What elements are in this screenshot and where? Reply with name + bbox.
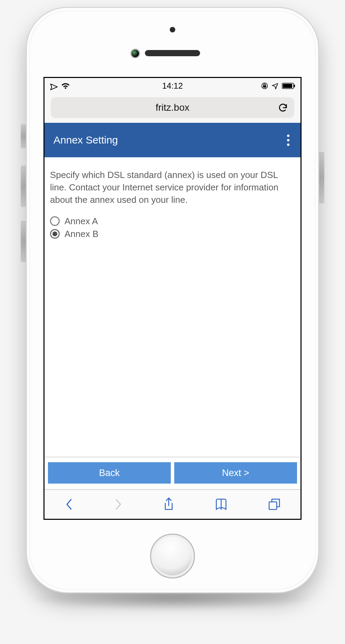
- page-content: Specify which DSL standard (annex) is us…: [45, 157, 300, 489]
- reload-icon[interactable]: [278, 102, 288, 113]
- battery-icon: [282, 83, 296, 89]
- radio-option-annex-a[interactable]: Annex A: [50, 216, 295, 227]
- description-text: Specify which DSL standard (annex) is us…: [45, 169, 300, 214]
- radio-option-annex-b[interactable]: Annex B: [50, 229, 295, 239]
- svg-rect-5: [269, 502, 277, 509]
- radio-icon: [50, 229, 60, 239]
- radio-label: Annex B: [65, 229, 98, 239]
- share-icon[interactable]: [163, 497, 175, 512]
- next-button[interactable]: Next >: [174, 462, 297, 484]
- address-url: fritz.box: [156, 102, 189, 113]
- radio-label: Annex A: [65, 216, 98, 227]
- address-field[interactable]: fritz.box: [51, 97, 294, 118]
- page-header: Annex Setting: [45, 123, 300, 157]
- browser-toolbar: [45, 489, 300, 519]
- annex-radio-group: Annex A Annex B: [45, 214, 300, 241]
- airplane-icon: [49, 82, 58, 90]
- phone-frame: 14:12 fritz.box: [26, 7, 319, 593]
- bookmarks-icon[interactable]: [214, 498, 228, 511]
- ios-status-bar: 14:12: [45, 78, 300, 94]
- ear-speaker: [145, 50, 200, 56]
- radio-icon: [50, 216, 60, 226]
- more-menu-icon[interactable]: [285, 132, 292, 148]
- svg-rect-4: [294, 85, 295, 87]
- front-camera: [130, 49, 140, 58]
- status-time: 14:12: [162, 81, 183, 91]
- tabs-icon[interactable]: [268, 498, 281, 511]
- screen: 14:12 fritz.box: [43, 77, 302, 520]
- volume-down-button: [21, 221, 26, 262]
- home-button[interactable]: [150, 534, 195, 578]
- nav-back-icon[interactable]: [64, 497, 74, 511]
- power-button: [319, 152, 324, 204]
- volume-up-button: [21, 166, 26, 207]
- back-button[interactable]: Back: [48, 462, 171, 484]
- page-title: Annex Setting: [53, 134, 118, 146]
- wifi-icon: [61, 82, 70, 89]
- nav-forward-icon[interactable]: [114, 497, 123, 511]
- mute-switch: [21, 124, 26, 148]
- proximity-sensor: [170, 27, 175, 32]
- orientation-lock-icon: [261, 82, 268, 89]
- svg-rect-3: [283, 84, 292, 88]
- location-icon: [272, 82, 278, 89]
- wizard-footer: Back Next >: [45, 457, 300, 489]
- svg-rect-1: [263, 86, 266, 87]
- browser-address-bar: fritz.box: [45, 94, 300, 123]
